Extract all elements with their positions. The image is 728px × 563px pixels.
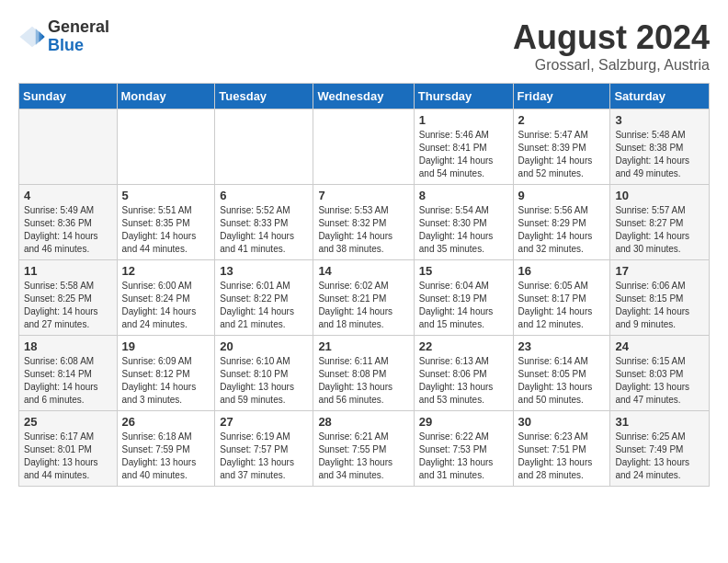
day-cell: 11Sunrise: 5:58 AM Sunset: 8:25 PM Dayli… (19, 260, 118, 336)
day-info: Sunrise: 6:22 AM Sunset: 7:53 PM Dayligh… (419, 431, 508, 482)
day-cell: 13Sunrise: 6:01 AM Sunset: 8:22 PM Dayli… (215, 260, 313, 336)
day-number: 28 (318, 415, 408, 429)
day-info: Sunrise: 5:56 AM Sunset: 8:29 PM Dayligh… (518, 204, 606, 256)
calendar-body: 1Sunrise: 5:46 AM Sunset: 8:41 PM Daylig… (19, 109, 710, 487)
day-number: 1 (419, 113, 508, 127)
day-info: Sunrise: 5:48 AM Sunset: 8:38 PM Dayligh… (615, 129, 704, 180)
day-cell: 14Sunrise: 6:02 AM Sunset: 8:21 PM Dayli… (313, 260, 414, 336)
day-cell: 8Sunrise: 5:54 AM Sunset: 8:30 PM Daylig… (414, 185, 513, 260)
logo-icon (18, 23, 46, 51)
day-info: Sunrise: 6:19 AM Sunset: 7:57 PM Dayligh… (220, 431, 308, 482)
day-number: 11 (24, 264, 112, 278)
page-header: General Blue August 2024 Grossarl, Salzb… (18, 18, 710, 74)
day-info: Sunrise: 6:05 AM Sunset: 8:17 PM Dayligh… (518, 280, 606, 331)
day-info: Sunrise: 6:13 AM Sunset: 8:06 PM Dayligh… (419, 355, 508, 407)
day-cell: 21Sunrise: 6:11 AM Sunset: 8:08 PM Dayli… (313, 336, 414, 411)
day-info: Sunrise: 5:46 AM Sunset: 8:41 PM Dayligh… (419, 129, 508, 180)
day-number: 6 (220, 189, 308, 202)
day-cell: 19Sunrise: 6:09 AM Sunset: 8:12 PM Dayli… (117, 336, 215, 411)
day-info: Sunrise: 6:11 AM Sunset: 8:08 PM Dayligh… (318, 355, 408, 407)
day-cell (215, 109, 313, 185)
day-cell: 23Sunrise: 6:14 AM Sunset: 8:05 PM Dayli… (513, 336, 610, 411)
day-info: Sunrise: 5:57 AM Sunset: 8:27 PM Dayligh… (615, 204, 704, 256)
day-cell: 9Sunrise: 5:56 AM Sunset: 8:29 PM Daylig… (513, 185, 610, 260)
day-cell: 7Sunrise: 5:53 AM Sunset: 8:32 PM Daylig… (313, 185, 414, 260)
day-cell (117, 109, 215, 185)
day-number: 9 (518, 189, 606, 202)
day-cell: 16Sunrise: 6:05 AM Sunset: 8:17 PM Dayli… (513, 260, 610, 336)
day-info: Sunrise: 6:18 AM Sunset: 7:59 PM Dayligh… (122, 431, 210, 482)
day-number: 7 (318, 189, 408, 202)
day-cell (313, 109, 414, 185)
day-cell: 6Sunrise: 5:52 AM Sunset: 8:33 PM Daylig… (215, 185, 313, 260)
logo-general: General (48, 18, 109, 37)
day-number: 23 (518, 339, 606, 353)
day-cell: 31Sunrise: 6:25 AM Sunset: 7:49 PM Dayli… (610, 411, 710, 487)
day-info: Sunrise: 6:02 AM Sunset: 8:21 PM Dayligh… (318, 280, 408, 331)
week-row-5: 25Sunrise: 6:17 AM Sunset: 8:01 PM Dayli… (19, 411, 710, 487)
day-number: 5 (122, 189, 210, 202)
day-number: 26 (122, 415, 210, 429)
day-number: 31 (615, 415, 704, 429)
day-number: 18 (24, 339, 112, 353)
day-info: Sunrise: 6:01 AM Sunset: 8:22 PM Dayligh… (220, 280, 308, 331)
calendar-title: August 2024 (513, 18, 710, 57)
day-cell: 30Sunrise: 6:23 AM Sunset: 7:51 PM Dayli… (513, 411, 610, 487)
day-number: 12 (122, 264, 210, 278)
day-cell: 27Sunrise: 6:19 AM Sunset: 7:57 PM Dayli… (215, 411, 313, 487)
day-cell: 26Sunrise: 6:18 AM Sunset: 7:59 PM Dayli… (117, 411, 215, 487)
day-number: 14 (318, 264, 408, 278)
day-info: Sunrise: 5:58 AM Sunset: 8:25 PM Dayligh… (24, 280, 112, 331)
day-cell: 3Sunrise: 5:48 AM Sunset: 8:38 PM Daylig… (610, 109, 710, 185)
header-cell-sunday: Sunday (19, 84, 118, 109)
day-cell: 4Sunrise: 5:49 AM Sunset: 8:36 PM Daylig… (19, 185, 118, 260)
header-cell-saturday: Saturday (610, 84, 710, 109)
day-cell: 18Sunrise: 6:08 AM Sunset: 8:14 PM Dayli… (19, 336, 118, 411)
logo: General Blue (18, 18, 109, 55)
day-info: Sunrise: 6:17 AM Sunset: 8:01 PM Dayligh… (24, 431, 112, 482)
header-cell-wednesday: Wednesday (313, 84, 414, 109)
day-number: 16 (518, 264, 606, 278)
title-block: August 2024 Grossarl, Salzburg, Austria (513, 18, 710, 74)
day-number: 27 (220, 415, 308, 429)
day-cell: 1Sunrise: 5:46 AM Sunset: 8:41 PM Daylig… (414, 109, 513, 185)
day-number: 17 (615, 264, 704, 278)
day-info: Sunrise: 5:49 AM Sunset: 8:36 PM Dayligh… (24, 204, 112, 256)
day-info: Sunrise: 5:51 AM Sunset: 8:35 PM Dayligh… (122, 204, 210, 256)
day-number: 10 (615, 189, 704, 202)
day-number: 2 (518, 113, 606, 127)
day-number: 20 (220, 339, 308, 353)
day-number: 13 (220, 264, 308, 278)
day-number: 30 (518, 415, 606, 429)
day-cell: 20Sunrise: 6:10 AM Sunset: 8:10 PM Dayli… (215, 336, 313, 411)
day-number: 3 (615, 113, 704, 127)
logo-blue: Blue (48, 37, 109, 55)
week-row-1: 1Sunrise: 5:46 AM Sunset: 8:41 PM Daylig… (19, 109, 710, 185)
day-cell: 28Sunrise: 6:21 AM Sunset: 7:55 PM Dayli… (313, 411, 414, 487)
day-info: Sunrise: 6:23 AM Sunset: 7:51 PM Dayligh… (518, 431, 606, 482)
header-cell-thursday: Thursday (414, 84, 513, 109)
day-info: Sunrise: 6:08 AM Sunset: 8:14 PM Dayligh… (24, 355, 112, 407)
day-info: Sunrise: 6:06 AM Sunset: 8:15 PM Dayligh… (615, 280, 704, 331)
day-number: 15 (419, 264, 508, 278)
day-info: Sunrise: 6:15 AM Sunset: 8:03 PM Dayligh… (615, 355, 704, 407)
day-number: 8 (419, 189, 508, 202)
day-info: Sunrise: 6:10 AM Sunset: 8:10 PM Dayligh… (220, 355, 308, 407)
day-info: Sunrise: 6:14 AM Sunset: 8:05 PM Dayligh… (518, 355, 606, 407)
day-cell: 22Sunrise: 6:13 AM Sunset: 8:06 PM Dayli… (414, 336, 513, 411)
day-cell: 5Sunrise: 5:51 AM Sunset: 8:35 PM Daylig… (117, 185, 215, 260)
week-row-2: 4Sunrise: 5:49 AM Sunset: 8:36 PM Daylig… (19, 185, 710, 260)
day-number: 4 (24, 189, 112, 202)
day-info: Sunrise: 5:47 AM Sunset: 8:39 PM Dayligh… (518, 129, 606, 180)
day-cell: 24Sunrise: 6:15 AM Sunset: 8:03 PM Dayli… (610, 336, 710, 411)
calendar-table: SundayMondayTuesdayWednesdayThursdayFrid… (18, 83, 710, 487)
calendar-subtitle: Grossarl, Salzburg, Austria (513, 57, 710, 74)
day-number: 19 (122, 339, 210, 353)
day-cell: 10Sunrise: 5:57 AM Sunset: 8:27 PM Dayli… (610, 185, 710, 260)
week-row-4: 18Sunrise: 6:08 AM Sunset: 8:14 PM Dayli… (19, 336, 710, 411)
day-info: Sunrise: 6:09 AM Sunset: 8:12 PM Dayligh… (122, 355, 210, 407)
day-number: 21 (318, 339, 408, 353)
day-cell: 17Sunrise: 6:06 AM Sunset: 8:15 PM Dayli… (610, 260, 710, 336)
day-info: Sunrise: 6:04 AM Sunset: 8:19 PM Dayligh… (419, 280, 508, 331)
header-cell-friday: Friday (513, 84, 610, 109)
